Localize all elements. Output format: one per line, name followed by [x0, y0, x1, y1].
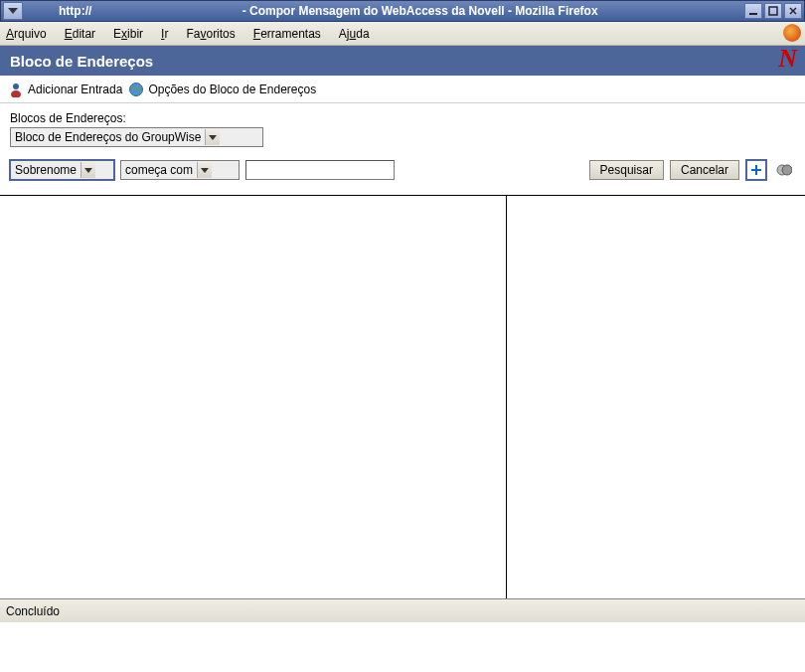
firefox-icon — [783, 24, 801, 42]
content-area: Blocos de Endereços: Bloco de Endereços … — [0, 103, 805, 195]
cancel-button[interactable]: Cancelar — [670, 160, 739, 180]
menu-ferramentas[interactable]: Ferramentas — [253, 27, 321, 41]
menu-favoritos[interactable]: Favoritos — [186, 27, 235, 41]
search-input[interactable] — [245, 160, 395, 180]
addressbook-label: Blocos de Endereços: — [10, 111, 795, 125]
results-area — [0, 195, 805, 598]
chevron-down-icon — [80, 162, 95, 178]
menu-exibir[interactable]: Exibir — [113, 27, 143, 41]
browser-menubar: Arquivo Editar Exibir Ir Favoritos Ferra… — [0, 22, 805, 46]
svg-point-4 — [13, 84, 19, 89]
novell-logo: N — [778, 44, 797, 74]
page-header: Bloco de Endereços N — [0, 46, 805, 76]
statusbar: Concluído — [0, 598, 805, 622]
status-text: Concluído — [6, 604, 60, 618]
page-toolbar: Adicionar Entrada Opções do Bloco de End… — [0, 76, 805, 103]
svg-rect-8 — [751, 169, 761, 171]
search-field-select[interactable]: Sobrenome — [10, 160, 114, 180]
menu-ajuda[interactable]: Ajuda — [339, 27, 370, 41]
add-recipient-button[interactable] — [745, 159, 767, 181]
addressbook-select[interactable]: Bloco de Endereços do GroupWise — [10, 127, 263, 147]
menu-ir[interactable]: Ir — [161, 27, 168, 41]
maximize-button[interactable] — [764, 3, 782, 19]
window-title: - Compor Mensagem do WebAccess da Novell… — [239, 4, 602, 18]
window-titlebar: http:// - Compor Mensagem do WebAccess d… — [0, 0, 805, 22]
globe-icon — [128, 82, 144, 97]
search-mode-select[interactable]: começa com — [120, 160, 240, 180]
menu-arquivo[interactable]: Arquivo — [6, 27, 47, 41]
search-mode-selected: começa com — [125, 163, 193, 177]
person-icon — [8, 82, 24, 97]
search-button[interactable]: Pesquisar — [589, 160, 664, 180]
window-controls — [744, 3, 802, 19]
chevron-down-icon — [205, 129, 220, 145]
svg-point-10 — [782, 165, 792, 175]
svg-point-5 — [11, 90, 21, 97]
page-title: Bloco de Endereços — [10, 53, 153, 70]
copy-button[interactable] — [773, 159, 795, 181]
svg-rect-0 — [749, 13, 757, 15]
url-prefix: http:// — [55, 4, 95, 18]
selected-recipients-pane[interactable] — [507, 196, 805, 598]
menu-editar[interactable]: Editar — [65, 27, 95, 41]
minimize-button[interactable] — [744, 3, 762, 19]
search-row: Sobrenome começa com Pesquisar Cancelar — [10, 159, 795, 193]
add-entry-label: Adicionar Entrada — [28, 83, 122, 96]
chevron-down-icon — [197, 162, 212, 178]
add-entry-link[interactable]: Adicionar Entrada — [8, 82, 122, 97]
search-field-selected: Sobrenome — [15, 163, 77, 177]
addressbook-options-link[interactable]: Opções do Bloco de Endereços — [128, 82, 316, 97]
close-button[interactable] — [784, 3, 802, 19]
options-label: Opções do Bloco de Endereços — [148, 83, 316, 96]
svg-rect-1 — [769, 7, 777, 15]
addressbook-selected: Bloco de Endereços do GroupWise — [15, 130, 201, 144]
copy-icon — [776, 163, 792, 177]
system-menu-button[interactable] — [3, 2, 23, 20]
results-list-pane[interactable] — [0, 196, 507, 598]
plus-icon — [750, 164, 762, 176]
